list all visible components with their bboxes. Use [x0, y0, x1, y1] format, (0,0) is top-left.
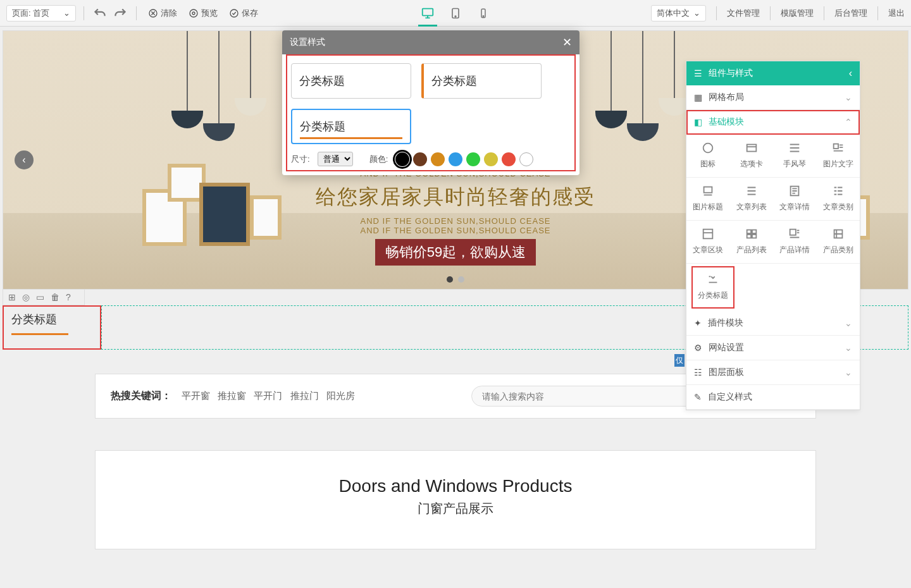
svg-point-2 [192, 12, 195, 15]
popup-title: 设置样式 [290, 37, 325, 48]
svg-rect-10 [747, 145, 756, 152]
divider [84, 6, 84, 20]
page-dropdown[interactable]: 页面: 首页 ⌄ [6, 5, 76, 21]
rect-icon[interactable]: ▭ [36, 292, 44, 302]
chevron-down-icon: ⌄ [845, 367, 852, 377]
style-option-2[interactable]: 分类标题 [421, 63, 542, 99]
collapse-icon[interactable]: ‹ [849, 68, 852, 79]
link-file-manage[interactable]: 文件管理 [727, 8, 760, 19]
row-grid-layout[interactable]: ▦ 网格布局 ⌄ [686, 85, 860, 110]
hot-word[interactable]: 平开窗 [182, 390, 210, 401]
device-tablet[interactable] [446, 4, 465, 23]
module-image-title[interactable]: 图片标题 [686, 178, 730, 221]
row-plugin-modules[interactable]: ✦ 插件模块 ⌄ [686, 311, 860, 336]
hero-dot-2[interactable] [458, 276, 464, 283]
link-logout[interactable]: 退出 [888, 8, 905, 19]
chevron-down-icon: ⌄ [845, 318, 852, 328]
svg-rect-15 [747, 230, 750, 234]
close-icon[interactable]: ✕ [562, 35, 572, 49]
swatch-brown[interactable] [413, 152, 427, 166]
hot-label: 热搜关键词： [111, 389, 171, 403]
module-image-text[interactable]: 图片文字 [817, 135, 860, 178]
hot-word[interactable]: 推拉窗 [218, 390, 246, 401]
grid-icon[interactable]: ⊞ [8, 292, 16, 302]
panel-header[interactable]: ☰ 组件与样式 ‹ [686, 61, 860, 85]
save-button[interactable]: 保存 [225, 6, 262, 21]
swatch-blue[interactable] [449, 152, 462, 166]
module-product-detail[interactable]: 产品详情 [773, 221, 817, 264]
style-option-1[interactable]: 分类标题 [291, 63, 411, 99]
link-template-manage[interactable]: 模版管理 [781, 8, 814, 19]
trash-icon[interactable]: 🗑 [51, 292, 59, 302]
side-tab[interactable]: 仅 [674, 354, 685, 367]
target-icon[interactable]: ◎ [22, 292, 30, 302]
module-article-block[interactable]: 文章区块 [686, 221, 730, 264]
row-custom-style[interactable]: ✎ 自定义样式 [686, 385, 860, 410]
swatch-white[interactable] [519, 152, 533, 166]
size-select[interactable]: 普通 [318, 152, 353, 166]
size-label: 尺寸: [291, 154, 310, 165]
style-option-3-selected[interactable]: 分类标题 [291, 109, 411, 144]
preview-button[interactable]: 预览 [185, 6, 221, 21]
device-switch [418, 0, 493, 27]
swatch-green[interactable] [466, 152, 480, 166]
hot-word[interactable]: 阳光房 [326, 390, 355, 401]
components-panel: ☰ 组件与样式 ‹ ▦ 网格布局 ⌄ ◧ 基础模块 ⌃ 图标 选项卡 手风琴 图… [686, 61, 860, 410]
swatch-yellow[interactable] [484, 152, 498, 166]
selected-category-title-block[interactable]: 分类标题 [3, 305, 101, 350]
swatch-orange[interactable] [431, 152, 445, 166]
hot-word[interactable]: 推拉门 [290, 390, 319, 401]
hot-words: 平开窗 推拉窗 平开门 推拉门 阳光房 [182, 390, 360, 402]
svg-point-9 [703, 144, 713, 153]
row-layers-panel[interactable]: ☷ 图层面板 ⌄ [686, 360, 860, 385]
color-swatches [395, 152, 533, 166]
page-label: 页面: [12, 8, 31, 18]
swatch-red[interactable] [502, 152, 516, 166]
row-site-settings[interactable]: ⚙ 网站设置 ⌄ [686, 336, 860, 360]
popup-header[interactable]: 设置样式 ✕ [282, 30, 579, 54]
module-article-list[interactable]: 文章列表 [730, 178, 774, 221]
svg-rect-16 [752, 230, 756, 234]
panel-title: 组件与样式 [709, 68, 753, 79]
hero-subtitle-3: AND IF THE GOLDEN SUN,SHOULD CEASE [316, 226, 595, 235]
svg-rect-4 [423, 8, 433, 15]
module-product-list[interactable]: 产品列表 [730, 221, 774, 264]
divider [136, 6, 137, 20]
module-article-detail[interactable]: 文章详情 [773, 178, 817, 221]
block-toolbar[interactable]: ⊞ ◎ ▭ 🗑 ? [3, 290, 85, 305]
hero-promo-badge: 畅销价59起，欲购从速 [375, 239, 536, 266]
help-icon[interactable]: ? [66, 292, 71, 302]
edit-icon: ✎ [694, 392, 702, 402]
chevron-down-icon: ⌄ [845, 92, 852, 102]
module-category-title-selected[interactable]: 分类标题 [691, 266, 734, 309]
hot-word[interactable]: 平开门 [254, 390, 282, 401]
module-icon[interactable]: 图标 [686, 135, 730, 178]
divider [877, 6, 878, 20]
module-accordion[interactable]: 手风琴 [773, 135, 817, 178]
module-tabs[interactable]: 选项卡 [730, 135, 774, 178]
svg-point-3 [230, 9, 238, 17]
redo-button[interactable] [112, 5, 128, 21]
svg-point-8 [483, 15, 484, 16]
link-admin[interactable]: 后台管理 [834, 8, 867, 19]
clear-button[interactable]: 清除 [144, 6, 181, 21]
module-article-category[interactable]: 文章类别 [817, 178, 860, 221]
topbar: 页面: 首页 ⌄ 清除 预览 保存 简体中文⌄ 文件管理 模版管理 后台管理 退… [0, 0, 911, 27]
hero-headline: 给您家居家具时尚轻奢的感受 [316, 183, 595, 211]
hero-dot-1[interactable] [447, 276, 453, 283]
device-desktop[interactable] [418, 4, 437, 23]
hero-subtitle-2: AND IF THE GOLDEN SUN,SHOULD CEASE [316, 216, 595, 226]
puzzle-icon: ✦ [694, 318, 702, 328]
grid-icon: ▦ [694, 92, 702, 102]
layers-icon: ☷ [694, 367, 702, 377]
swatch-black[interactable] [395, 152, 409, 166]
hero-prev-button[interactable]: ‹ [15, 150, 34, 169]
language-dropdown[interactable]: 简体中文⌄ [651, 5, 706, 21]
page-value: 首页 [33, 8, 49, 18]
module-product-category[interactable]: 产品类别 [817, 221, 860, 264]
products-section: Doors and Windows Products 门窗产品展示 [95, 450, 816, 549]
row-basic-modules[interactable]: ◧ 基础模块 ⌃ [686, 110, 860, 135]
device-mobile[interactable] [474, 4, 493, 23]
svg-rect-18 [752, 235, 756, 238]
undo-button[interactable] [92, 5, 108, 21]
